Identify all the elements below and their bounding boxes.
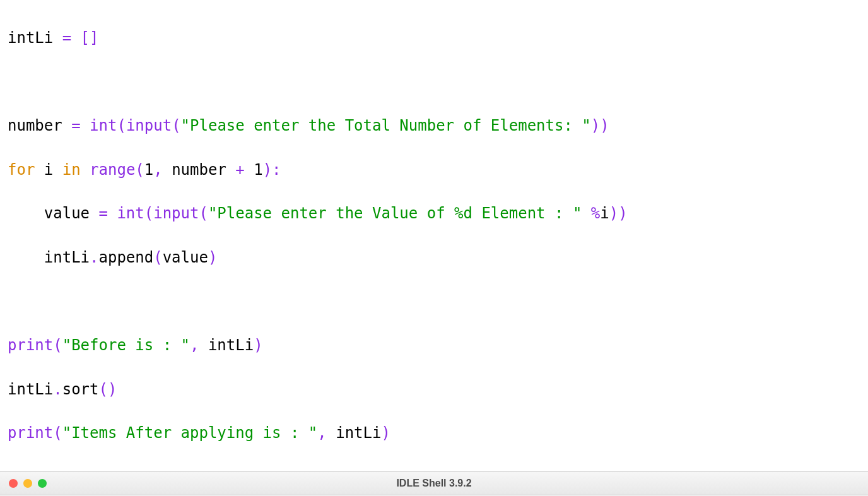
code-line-6: intLi.append(value) (8, 247, 860, 269)
code-line-1: intLi = [] (8, 27, 860, 49)
minimize-icon[interactable] (23, 479, 32, 488)
code-line-7 (8, 290, 860, 312)
zoom-icon[interactable] (38, 479, 47, 488)
code-line-9: intLi.sort() (8, 379, 860, 401)
traffic-light-group (0, 479, 47, 488)
code-editor: intLi = [] number = int(input("Please en… (0, 0, 868, 471)
window-title: IDLE Shell 3.9.2 (396, 478, 471, 489)
close-icon[interactable] (9, 479, 18, 488)
window-titlebar: IDLE Shell 3.9.2 (0, 471, 868, 495)
code-line-3: number = int(input("Please enter the Tot… (8, 115, 860, 137)
code-line-2 (8, 71, 860, 93)
code-line-10: print("Items After applying is : ", intL… (8, 422, 860, 444)
code-line-4: for i in range(1, number + 1): (8, 159, 860, 181)
code-line-8: print("Before is : ", intLi) (8, 334, 860, 357)
code-line-5: value = int(input("Please enter the Valu… (8, 203, 860, 225)
